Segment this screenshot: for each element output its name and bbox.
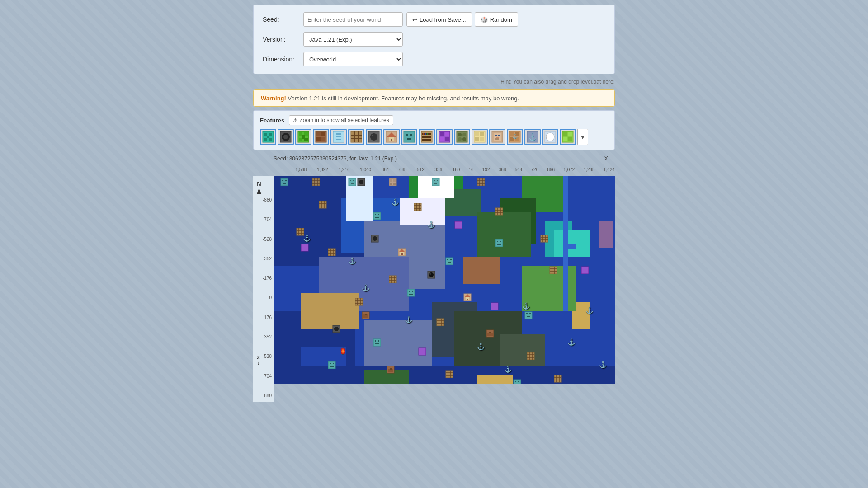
svg-rect-144 xyxy=(301,244,308,251)
map-icon-end-portal xyxy=(427,271,435,280)
svg-rect-65 xyxy=(498,135,500,136)
warning-text: Warning! Version 1.21 is still in develo… xyxy=(261,95,519,102)
svg-rect-2 xyxy=(269,133,272,136)
svg-rect-118 xyxy=(285,180,287,181)
svg-rect-178 xyxy=(527,316,530,317)
svg-rect-195 xyxy=(389,276,396,283)
svg-rect-18 xyxy=(316,137,321,141)
seed-row: Seed: ↩ Load from Save... 🎲 Random xyxy=(263,12,605,27)
svg-rect-230 xyxy=(495,208,503,215)
svg-rect-145 xyxy=(491,303,498,310)
map-icon xyxy=(312,178,320,187)
svg-rect-44 xyxy=(423,133,424,135)
expand-features-button[interactable]: ▼ xyxy=(577,129,588,145)
feature-icon-lime[interactable] xyxy=(560,129,576,145)
feature-icon-teal-face[interactable] xyxy=(401,129,417,145)
anchor-icon: ⚓ xyxy=(348,257,356,264)
anchor-icon: ⚓ xyxy=(522,302,530,310)
map-area[interactable]: N -880 -704 -528 -352 -176 0 176 352 528… xyxy=(253,176,615,402)
svg-rect-247 xyxy=(500,241,501,242)
feature-icon-brown[interactable] xyxy=(313,129,329,145)
svg-point-194 xyxy=(429,273,431,275)
zoom-to-features-button[interactable]: ⚠ Zoom in to show all selected features xyxy=(289,115,393,125)
map-icon-grid xyxy=(445,370,453,380)
version-select[interactable]: Java 1.21 (Exp.) xyxy=(303,32,403,47)
svg-point-262 xyxy=(334,327,339,331)
anchor-icon: ⚓ xyxy=(599,361,607,368)
feature-icon-mottled[interactable] xyxy=(454,129,470,145)
version-label: Version: xyxy=(263,36,303,43)
svg-rect-37 xyxy=(406,134,408,136)
svg-text:⚓: ⚓ xyxy=(528,133,537,141)
map-icon-grid xyxy=(414,203,422,212)
map-icon-dark xyxy=(332,325,340,334)
svg-rect-5 xyxy=(267,136,269,138)
dimension-label: Dimension: xyxy=(263,56,303,63)
svg-rect-96 xyxy=(477,212,531,257)
seed-input[interactable] xyxy=(303,12,403,27)
svg-point-77 xyxy=(546,133,554,141)
svg-rect-59 xyxy=(480,132,484,136)
dimension-select[interactable]: Overworld xyxy=(303,52,403,66)
map-icon-teal-face xyxy=(373,338,381,348)
map-icon-purple xyxy=(418,347,426,357)
svg-rect-61 xyxy=(480,137,484,141)
map-seed-info: Seed: 3062872675330524376, for Java 1.21… xyxy=(274,155,397,162)
svg-rect-148 xyxy=(319,201,326,208)
svg-rect-188 xyxy=(489,332,491,333)
svg-rect-132 xyxy=(390,183,392,185)
feature-icon-teal[interactable] xyxy=(260,129,276,145)
svg-rect-111 xyxy=(301,293,359,329)
feature-icon-tan[interactable]: ⚓ xyxy=(507,129,523,145)
map-icon-purple xyxy=(581,266,589,276)
anchor-icon: ⚓ xyxy=(504,366,512,373)
svg-text:⚓: ⚓ xyxy=(512,133,518,139)
svg-rect-220 xyxy=(554,375,561,382)
feature-icon-grid[interactable] xyxy=(348,129,364,145)
svg-rect-80 xyxy=(568,132,572,136)
warning-panel: Warning! Version 1.21 is still in develo… xyxy=(253,89,615,107)
load-from-save-button[interactable]: ↩ Load from Save... xyxy=(406,12,472,27)
map-canvas[interactable]: ⚓ ⚓ ⚓ ⚓ ⚓ ⚓ ⚓ ⚓ ⚓ ⚓ ⚓ ⚓ xyxy=(274,176,615,384)
svg-rect-175 xyxy=(525,312,532,319)
svg-rect-116 xyxy=(281,178,288,186)
svg-point-56 xyxy=(462,137,466,141)
map-icon-purple xyxy=(454,221,462,230)
map-icon-teal-face xyxy=(513,379,521,384)
hint-text: Hint: You can also drag and drop level.d… xyxy=(253,78,615,86)
load-icon: ↩ xyxy=(412,16,417,23)
svg-rect-182 xyxy=(375,343,379,344)
svg-rect-107 xyxy=(563,244,576,249)
svg-rect-82 xyxy=(568,137,572,141)
feature-icon-bookshelf[interactable] xyxy=(419,129,435,145)
svg-rect-127 xyxy=(353,180,354,181)
svg-rect-181 xyxy=(378,340,379,342)
svg-rect-249 xyxy=(328,361,335,369)
svg-rect-64 xyxy=(495,135,497,136)
map-icon xyxy=(432,178,440,187)
feature-icon-house[interactable] xyxy=(383,129,400,145)
feature-icon-lightblue[interactable] xyxy=(330,129,347,145)
feature-icon-dark-circle[interactable] xyxy=(278,129,294,145)
svg-rect-38 xyxy=(410,134,412,136)
svg-rect-169 xyxy=(450,259,452,260)
feature-icon-villager[interactable] xyxy=(489,129,505,145)
feature-icon-dark-orb[interactable] xyxy=(366,129,382,145)
random-button[interactable]: 🎲 Random xyxy=(475,12,518,27)
feature-icon-white-circle[interactable] xyxy=(542,129,558,145)
svg-rect-255 xyxy=(518,381,519,382)
version-row: Version: Java 1.21 (Exp.) xyxy=(263,32,605,47)
svg-rect-128 xyxy=(351,183,354,184)
svg-rect-46 xyxy=(427,133,428,135)
svg-point-53 xyxy=(458,133,462,136)
svg-rect-16 xyxy=(316,132,321,136)
feature-icon-anchor[interactable]: ⚓ xyxy=(524,129,541,145)
svg-rect-4 xyxy=(269,138,272,141)
feature-icon-purple[interactable] xyxy=(436,129,453,145)
feature-icon-green[interactable] xyxy=(295,129,311,145)
map-icon-grid xyxy=(495,207,503,217)
random-icon: 🎲 xyxy=(481,16,488,23)
svg-point-31 xyxy=(372,135,373,136)
svg-rect-24 xyxy=(351,131,362,142)
feature-icon-sand[interactable] xyxy=(472,129,488,145)
